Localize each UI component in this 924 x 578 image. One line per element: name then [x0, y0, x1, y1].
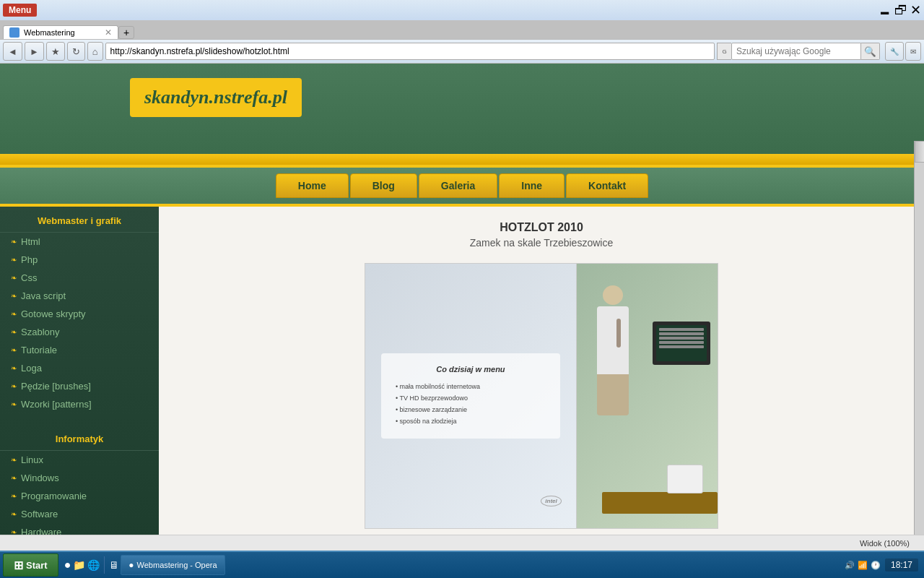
arrow-icon: ❧ — [11, 364, 17, 372]
header-stripe — [0, 154, 924, 165]
website: skandyn.nstrefa.pl Home Blog Galeria Inn… — [0, 64, 924, 578]
sidebar-item-wzorki[interactable]: ❧ Wzorki [patterns] — [0, 395, 159, 413]
start-button[interactable]: ⊞ Start — [3, 553, 58, 577]
tab-favicon — [9, 27, 19, 38]
new-tab-button[interactable]: + — [118, 26, 134, 39]
sidebar-section2-title: Informatyk — [0, 425, 159, 451]
sidebar-item-label: Windows — [21, 473, 59, 483]
network-icon: 📶 — [858, 561, 868, 570]
speaker-icon: 🔊 — [845, 561, 855, 570]
arrow-icon: ❧ — [11, 256, 17, 264]
start-label: Start — [26, 560, 48, 571]
system-icons: 🔊 📶 🕐 — [845, 561, 881, 570]
sidebar-item-label: Szablony — [21, 327, 59, 337]
sidebar-item-gotowe[interactable]: ❧ Gotowe skrypty — [0, 305, 159, 323]
arrow-icon: ❧ — [11, 310, 17, 318]
sidebar-item-label: Gotowe skrypty — [21, 309, 86, 319]
sidebar-item-label: Php — [21, 254, 38, 265]
refresh-button[interactable]: ↻ — [67, 42, 85, 61]
forward-button[interactable]: ► — [25, 42, 44, 61]
search-engine-icon: G — [717, 43, 731, 60]
sidebar-item-linux[interactable]: ❧ Linux — [0, 451, 159, 469]
sidebar-item-label: Java script — [21, 290, 66, 301]
sidebar-item-php[interactable]: ❧ Php — [0, 251, 159, 269]
browser-tab[interactable]: Webmastering ✕ — [3, 25, 118, 39]
nav-item-kontakt[interactable]: Kontakt — [566, 173, 648, 198]
sidebar-item-software[interactable]: ❧ Software — [0, 505, 159, 523]
taskbar: ⊞ Start ● 📁 🌐 🖥 ● Webmastering - Opera 🔊… — [0, 551, 924, 578]
sidebar-section1-title: Webmaster i grafik — [0, 207, 159, 233]
scrollbar[interactable] — [914, 141, 924, 553]
sidebar-item-html[interactable]: ❧ Html — [0, 233, 159, 251]
arrow-icon: ❧ — [11, 274, 17, 282]
nav-item-blog[interactable]: Blog — [350, 173, 417, 198]
content-wrapper: Webmaster i grafik ❧ Html ❧ Php ❧ Css ❧ … — [0, 207, 924, 578]
wand-button[interactable]: ★ — [46, 42, 65, 61]
search-input[interactable] — [731, 43, 861, 60]
sidebar-item-windows[interactable]: ❧ Windows — [0, 469, 159, 487]
nav-item-galeria[interactable]: Galeria — [419, 173, 497, 198]
opera-taskbar-icon: ● — [128, 560, 134, 570]
arrow-icon: ❧ — [11, 474, 17, 482]
sidebar-item-label: Wzorki [patterns] — [21, 399, 92, 410]
sidebar-item-label: Loga — [21, 363, 42, 374]
search-container: G 🔍 — [717, 43, 880, 60]
main-content: HOTZLOT 2010 Zamek na skale Trzebieszowi… — [159, 207, 924, 578]
sidebar-item-loga[interactable]: ❧ Loga — [0, 359, 159, 377]
sidebar-item-programowanie[interactable]: ❧ Programowanie — [0, 487, 159, 505]
opera-icon[interactable]: ● — [64, 558, 71, 571]
browser-menu-icon[interactable]: 🔧 — [885, 42, 904, 61]
arrow-icon: ❧ — [11, 492, 17, 500]
browser-tools: 🔧 ✉ — [885, 42, 921, 61]
menu-button[interactable]: Menu — [3, 4, 37, 17]
sidebar-item-javascript[interactable]: ❧ Java script — [0, 287, 159, 305]
nav-menu: Home Blog Galeria Inne Kontakt — [276, 173, 648, 198]
tab-close-button[interactable]: ✕ — [105, 27, 112, 38]
slideshow-title: HOTZLOT 2010 — [180, 221, 902, 234]
arrow-icon: ❧ — [11, 456, 17, 464]
taskbar-opera-item[interactable]: ● Webmastering - Opera — [121, 555, 225, 575]
sidebar-item-szablony[interactable]: ❧ Szablony — [0, 323, 159, 341]
sidebar-item-label: Software — [21, 509, 58, 519]
minimize-icon[interactable]: 🗕 — [879, 3, 892, 18]
scrollbar-thumb[interactable] — [915, 141, 924, 163]
sidebar-item-pedzie[interactable]: ❧ Pędzie [brushes] — [0, 377, 159, 395]
taskbar-item-label: Webmastering - Opera — [137, 561, 217, 569]
address-bar[interactable] — [105, 43, 715, 60]
browser-icon[interactable]: 🌐 — [87, 559, 100, 571]
home-button[interactable]: ⌂ — [87, 42, 103, 61]
clock-icon: 🕐 — [871, 561, 881, 570]
slideshow-image: Co dzisiaj w menu • mała mobilność inter… — [365, 263, 718, 529]
clock-display: 18:17 — [885, 558, 918, 571]
sidebar-item-label: Linux — [21, 454, 43, 465]
arrow-icon: ❧ — [11, 292, 17, 300]
nav-item-home[interactable]: Home — [276, 173, 349, 198]
back-button[interactable]: ◄ — [3, 42, 22, 61]
status-bar: Widok (100%) — [0, 535, 924, 551]
arrow-icon: ❧ — [11, 346, 17, 354]
sidebar-item-label: Programowanie — [21, 491, 87, 501]
close-icon[interactable]: ✕ — [910, 2, 921, 18]
separator — [104, 556, 105, 574]
sidebar-item-label: Css — [21, 272, 37, 283]
folder-icon[interactable]: 📁 — [73, 559, 85, 571]
arrow-icon: ❧ — [11, 510, 17, 518]
nav-item-inne[interactable]: Inne — [499, 173, 565, 198]
sidebar-item-tutoriale[interactable]: ❧ Tutoriale — [0, 341, 159, 359]
mail-icon[interactable]: ✉ — [905, 42, 921, 61]
slide-heading: Co dzisiaj w menu — [396, 365, 546, 374]
restore-icon[interactable]: 🗗 — [894, 3, 907, 18]
arrow-icon: ❧ — [11, 238, 17, 246]
taskbar-right: 🔊 📶 🕐 18:17 — [845, 558, 924, 571]
logo-container: skandyn.nstrefa.pl — [130, 78, 924, 117]
search-button[interactable]: 🔍 — [861, 43, 880, 60]
sidebar-item-label: Tutoriale — [21, 345, 57, 355]
sidebar-item-css[interactable]: ❧ Css — [0, 269, 159, 287]
nav-menu-container: Home Blog Galeria Inne Kontakt — [0, 168, 924, 204]
intel-logo: intel — [541, 496, 561, 506]
arrow-icon: ❧ — [11, 400, 17, 408]
show-desktop-icon[interactable]: 🖥 — [109, 559, 119, 571]
window-controls: 🗕 🗗 ✕ — [879, 2, 921, 18]
sidebar-item-label: Pędzie [brushes] — [21, 381, 91, 392]
quick-launch: ● 📁 🌐 🖥 — [64, 556, 120, 574]
